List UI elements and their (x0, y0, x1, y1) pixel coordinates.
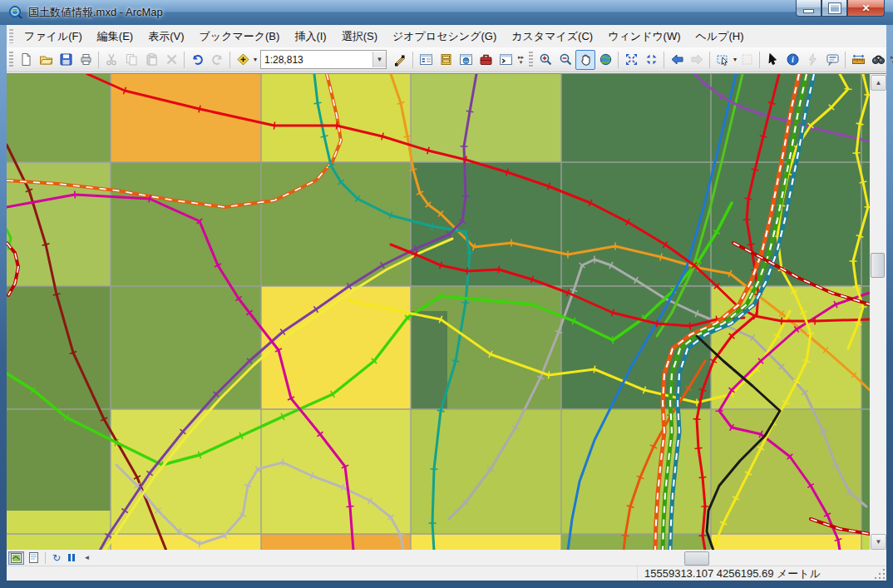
fixed-zoom-out-button[interactable] (641, 50, 661, 70)
menu-item-2[interactable]: 表示(V) (141, 26, 191, 47)
delete-button[interactable] (161, 50, 181, 70)
scroll-up-button[interactable]: ▲ (871, 75, 886, 91)
select-elements-icon (766, 52, 780, 67)
standard-toolbar-grip-handle[interactable] (9, 52, 13, 68)
client-area: ファイル(F)編集(E)表示(V)ブックマーク(B)挿入(I)選択(S)ジオプロ… (7, 25, 886, 580)
toc-icon (419, 52, 433, 67)
select-elements-button[interactable] (762, 50, 782, 70)
maximize-button[interactable] (821, 0, 847, 17)
menu-item-9[interactable]: ヘルプ(H) (688, 26, 752, 47)
open-button[interactable] (36, 50, 56, 70)
map-scale-combobox[interactable]: ▼ (260, 50, 387, 69)
arcmap-app-icon (8, 5, 23, 20)
full-extent-icon (599, 52, 613, 67)
menu-bar: ファイル(F)編集(E)表示(V)ブックマーク(B)挿入(I)選択(S)ジオプロ… (7, 25, 886, 48)
undo-button[interactable] (187, 50, 207, 70)
save-button[interactable] (56, 50, 76, 70)
select-features-button[interactable] (713, 50, 733, 70)
coordinate-readout: 15559313.107 4256195.69 メートル (637, 566, 821, 581)
paste-button[interactable] (141, 50, 161, 70)
map-drawing (7, 74, 870, 551)
minimize-button[interactable] (796, 0, 821, 17)
hyperlink-icon (806, 52, 820, 67)
fixed-zoom-in-button[interactable] (621, 50, 641, 70)
standard-toolbar-separator (229, 52, 230, 68)
menu-item-3[interactable]: ブックマーク(B) (192, 26, 288, 47)
new-button[interactable] (16, 50, 36, 70)
add-data-icon (236, 52, 250, 67)
toolbox-button[interactable] (476, 50, 496, 70)
menu-item-0[interactable]: ファイル(F) (17, 26, 90, 47)
map-scale-input[interactable] (261, 52, 372, 67)
html-popup-button[interactable] (822, 50, 842, 70)
toc-button[interactable] (416, 50, 436, 70)
vertical-scrollbar[interactable]: ▲ ▼ (870, 73, 886, 551)
arcmap-window: { "window": { "title": "国土数値情報.mxd - Arc… (0, 0, 893, 588)
menu-item-4[interactable]: 挿入(I) (287, 26, 333, 47)
measure-icon (851, 52, 866, 67)
print-icon (79, 52, 93, 67)
menu-item-6[interactable]: ジオプロセシング(G) (385, 26, 504, 47)
undo-icon (190, 52, 205, 67)
menubar-grip-handle[interactable] (8, 29, 13, 43)
window-controls: ✕ (796, 0, 885, 17)
clear-selection-icon (740, 52, 754, 67)
tools-toolbar-separator (618, 52, 619, 68)
edit-sketch-button[interactable] (390, 50, 410, 70)
tools-toolbar-separator (759, 52, 760, 68)
hyperlink-button[interactable] (802, 50, 822, 70)
window-title: 国土数値情報.mxd - ArcMap (28, 5, 163, 20)
vertical-scroll-thumb[interactable] (871, 253, 885, 278)
toolbox-icon (479, 52, 493, 67)
scroll-down-button[interactable]: ▼ (871, 534, 886, 550)
identify-button[interactable]: i (782, 50, 802, 70)
map-scale-dropdown-button[interactable]: ▼ (372, 52, 386, 67)
redo-button[interactable] (207, 50, 227, 70)
menu-item-1[interactable]: 編集(E) (90, 26, 141, 47)
add-data-button[interactable] (233, 50, 253, 70)
python-button[interactable] (496, 50, 516, 70)
tools-toolbar-overflow-chevron[interactable]: ▸▸▾ (888, 50, 893, 70)
pause-drawing-icon[interactable] (64, 552, 79, 564)
standard-toolbar-separator (412, 52, 413, 68)
tools-toolbar: ▾i▸▸▾ (535, 50, 893, 70)
layout-view-icon (29, 552, 38, 563)
menu-item-5[interactable]: 選択(S) (334, 26, 385, 47)
standard-toolbar-overflow-chevron[interactable]: ▸▸▾ (516, 50, 526, 70)
print-button[interactable] (76, 50, 96, 70)
copy-icon (125, 52, 139, 67)
redo-icon (210, 52, 224, 67)
search-window-button[interactable] (456, 50, 476, 70)
close-button[interactable]: ✕ (847, 0, 885, 17)
find-button[interactable] (868, 50, 888, 70)
map-canvas[interactable] (7, 73, 870, 551)
resize-grip[interactable] (875, 569, 886, 580)
tools-toolbar-grip-handle[interactable] (529, 52, 533, 68)
refresh-icon[interactable]: ↻ (49, 552, 64, 564)
delete-icon (165, 52, 179, 67)
copy-button[interactable] (121, 50, 141, 70)
catalog-icon (439, 52, 453, 67)
find-icon (871, 52, 886, 67)
catalog-button[interactable] (436, 50, 456, 70)
cut-icon (105, 52, 119, 67)
pan-button[interactable] (575, 50, 595, 70)
zoom-in-button[interactable] (535, 50, 555, 70)
add-data-dropdown-arrow[interactable]: ▾ (254, 56, 257, 63)
forward-icon (690, 52, 704, 67)
horizontal-scrollbar[interactable] (95, 551, 871, 565)
data-view-button[interactable] (8, 551, 24, 565)
menu-item-7[interactable]: カスタマイズ(C) (504, 26, 600, 47)
cut-button[interactable] (101, 50, 121, 70)
zoom-out-button[interactable] (555, 50, 575, 70)
full-extent-button[interactable] (595, 50, 615, 70)
standard-toolbar-separator (98, 52, 99, 68)
menu-item-8[interactable]: ウィンドウ(W) (600, 26, 688, 47)
layout-view-button[interactable] (26, 551, 42, 565)
scroll-left-button[interactable]: ◄ (79, 550, 95, 566)
clear-selection-button[interactable] (737, 50, 757, 70)
measure-button[interactable] (848, 50, 868, 70)
forward-button[interactable] (687, 50, 707, 70)
horizontal-scroll-thumb[interactable] (684, 551, 709, 566)
back-button[interactable] (667, 50, 687, 70)
